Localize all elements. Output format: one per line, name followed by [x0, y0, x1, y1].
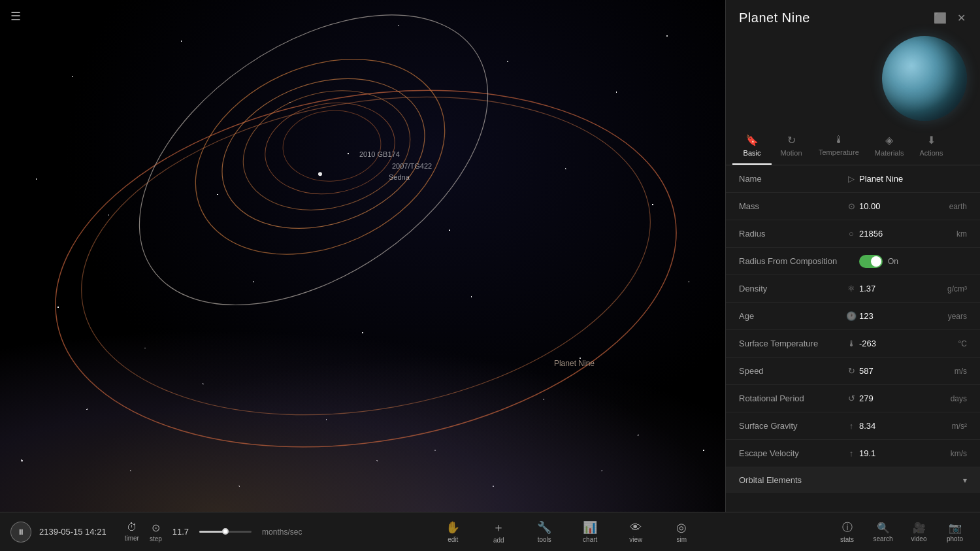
view-button[interactable]: 👁 view — [619, 521, 652, 543]
speed-display: 11.7 — [172, 527, 189, 537]
toolbar-right: ⓘ stats 🔍 search 🎥 video 📷 photo — [832, 521, 970, 543]
video-icon: 🎥 — [913, 522, 926, 534]
orbital-elements-section[interactable]: Orbital Elements ▾ — [726, 467, 980, 493]
video-button[interactable]: 🎥 video — [904, 522, 934, 543]
prop-speed-value: 587 — [859, 366, 952, 376]
add-button[interactable]: ＋ add — [482, 520, 515, 544]
svg-point-5 — [229, 73, 424, 227]
prop-surface-gravity-row: Surface Gravity ↑ 8.34 m/s² — [726, 412, 980, 440]
bottom-toolbar: ⏸ 2139-05-15 14:21 ⏱ timer ⊙ step 11.7 m… — [0, 512, 980, 551]
timer-button[interactable]: ⏱ timer — [125, 522, 139, 542]
main-container: ☰ 2010 GB174 2007/TG422 Sedna — [0, 0, 980, 512]
menu-button[interactable]: ☰ — [10, 9, 21, 24]
chart-button[interactable]: 📊 chart — [574, 520, 606, 543]
materials-tab-label: Materials — [875, 149, 904, 157]
speed-slider-area — [199, 531, 252, 533]
prop-speed-value-area: 587 m/s — [859, 366, 967, 376]
materials-tab-icon: ◈ — [885, 134, 893, 146]
planet-sphere — [882, 36, 967, 121]
edit-label: edit — [448, 536, 458, 543]
video-label: video — [911, 535, 927, 543]
chart-icon: 📊 — [583, 520, 597, 535]
svg-point-7 — [280, 107, 384, 185]
basic-tab-icon: 🔖 — [745, 134, 759, 146]
rfc-toggle-label: On — [888, 257, 898, 266]
prop-density-row: Density ⚛ 1.37 g/cm³ — [726, 275, 980, 303]
play-pause-button[interactable]: ⏸ — [10, 522, 31, 543]
prop-escape-velocity-value: 19.1 — [859, 448, 948, 458]
prop-rot-period-row: Rotational Period ↺ 279 days — [726, 385, 980, 412]
tools-button[interactable]: 🔧 tools — [528, 520, 561, 543]
tools-label: tools — [538, 536, 551, 543]
prop-mass-label: Mass — [739, 201, 843, 211]
svg-point-1 — [56, 56, 676, 456]
prop-rot-period-label: Rotational Period — [739, 393, 843, 403]
viewport[interactable]: ☰ 2010 GB174 2007/TG422 Sedna — [0, 0, 725, 512]
add-label: add — [493, 537, 504, 544]
view-icon: 👁 — [630, 521, 642, 535]
prop-age-icon: 🕐 — [843, 311, 859, 321]
step-icon: ⊙ — [152, 522, 160, 534]
rfc-toggle[interactable] — [859, 255, 883, 268]
svg-point-8 — [318, 172, 322, 176]
right-panel: Planet Nine ⬜ ✕ 🔖 Basic ↻ Motion 🌡 Tempe… — [725, 0, 980, 512]
prop-rot-period-icon: ↺ — [843, 393, 859, 403]
prop-name-row: Name ▷ Planet Nine — [726, 165, 980, 193]
search-icon: 🔍 — [877, 522, 890, 534]
stats-button[interactable]: ⓘ stats — [832, 521, 862, 543]
panel-header-icons: ⬜ ✕ — [932, 10, 967, 25]
actions-tab-label: Actions — [919, 149, 943, 157]
prop-name-label: Name — [739, 174, 843, 184]
svg-point-3 — [163, 22, 478, 292]
prop-density-label: Density — [739, 284, 843, 293]
edit-button[interactable]: ✋ edit — [436, 520, 469, 543]
speed-slider[interactable] — [199, 531, 252, 533]
speed-slider-fill — [199, 531, 225, 533]
temperature-tab-icon: 🌡 — [834, 134, 844, 146]
prop-age-label: Age — [739, 311, 843, 321]
prop-surface-temp-value: -263 — [859, 339, 956, 348]
tab-materials[interactable]: ◈ Materials — [867, 127, 912, 165]
prop-surface-temp-unit: °C — [958, 339, 967, 348]
prop-name-value: Planet Nine — [859, 174, 967, 184]
photo-icon: 📷 — [949, 522, 962, 534]
no-image-button[interactable]: ⬜ — [932, 10, 948, 25]
photo-button[interactable]: 📷 photo — [940, 522, 970, 543]
prop-surface-temp-label: Surface Temperature — [739, 339, 843, 348]
prop-escape-velocity-icon: ↑ — [843, 448, 859, 458]
prop-rfc-row: Radius From Composition On — [726, 248, 980, 275]
view-label: view — [629, 536, 642, 543]
tab-actions[interactable]: ⬇ Actions — [911, 127, 951, 165]
basic-tab-label: Basic — [743, 149, 761, 157]
panel-title: Planet Nine — [739, 10, 810, 25]
tab-basic[interactable]: 🔖 Basic — [732, 127, 772, 165]
stats-label: stats — [840, 536, 854, 543]
photo-label: photo — [947, 535, 963, 543]
tab-temperature[interactable]: 🌡 Temperature — [811, 127, 867, 165]
timer-icon: ⏱ — [127, 522, 137, 533]
planet-image-area — [726, 36, 980, 127]
prop-mass-unit: earth — [949, 202, 967, 211]
tab-motion[interactable]: ↻ Motion — [772, 127, 811, 165]
svg-point-2 — [86, 0, 542, 364]
prop-age-value-area: 123 years — [859, 311, 967, 321]
close-button[interactable]: ✕ — [956, 10, 967, 25]
properties-list: Name ▷ Planet Nine Mass ⊙ 10.00 earth Ra… — [726, 165, 980, 512]
add-icon: ＋ — [493, 520, 504, 535]
orbital-elements-chevron: ▾ — [963, 476, 967, 485]
prop-escape-velocity-unit: km/s — [951, 449, 967, 458]
panel-header: Planet Nine ⬜ ✕ — [726, 0, 980, 36]
prop-mass-row: Mass ⊙ 10.00 earth — [726, 193, 980, 220]
prop-density-value-area: 1.37 g/cm³ — [859, 284, 967, 293]
prop-speed-icon: ↻ — [843, 366, 859, 376]
sim-button[interactable]: ◎ sim — [665, 520, 698, 543]
prop-rfc-label: Radius From Composition — [739, 256, 843, 266]
step-button[interactable]: ⊙ step — [150, 522, 162, 543]
prop-density-icon: ⚛ — [843, 284, 859, 293]
search-button[interactable]: 🔍 search — [868, 522, 898, 543]
prop-speed-row: Speed ↻ 587 m/s — [726, 358, 980, 385]
svg-point-0 — [26, 45, 705, 492]
prop-rot-period-unit: days — [951, 394, 967, 403]
prop-density-unit: g/cm³ — [947, 284, 967, 293]
prop-rot-period-value-area: 279 days — [859, 393, 967, 403]
